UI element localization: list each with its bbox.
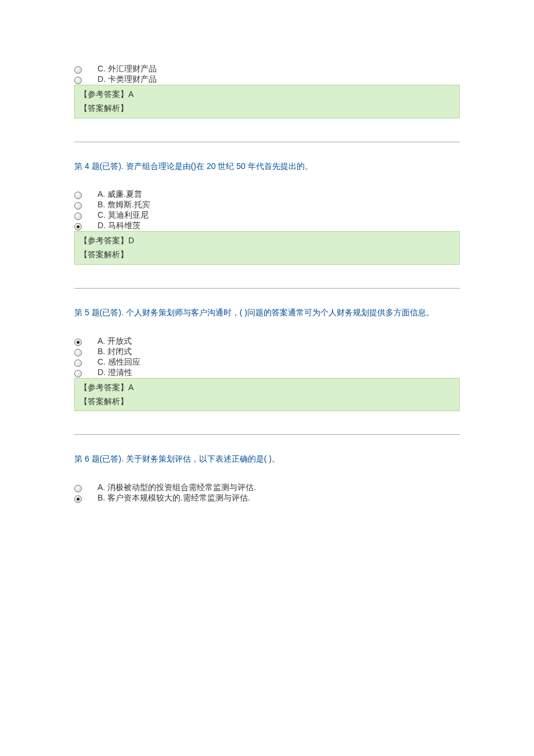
options-table: A. 威廉.夏普 B. 詹姆斯.托宾 C. 莫迪利亚尼 D. 马科维茨 bbox=[74, 189, 460, 231]
radio-q6-b[interactable] bbox=[74, 495, 82, 503]
options-table: A. 开放式 B. 封闭式 C. 感性回应 D. 澄清性 bbox=[74, 336, 460, 378]
option-text-b: B. 客户资本规模较大的.需经常监测与评估. bbox=[98, 493, 460, 503]
question-title: 第 4 题(已答). 资产组合理论是由()在 20 世纪 50 年代首先提出的。 bbox=[74, 160, 460, 174]
radio-q4-b[interactable] bbox=[74, 202, 82, 210]
option-row-c: C. 莫迪利亚尼 bbox=[74, 210, 460, 221]
option-row-d: D. 卡类理财产品 bbox=[74, 74, 460, 85]
ref-answer-label: 【参考答案】 bbox=[80, 236, 128, 245]
radio-q5-d[interactable] bbox=[74, 370, 82, 377]
ref-answer-value: A bbox=[128, 383, 134, 392]
question-title: 第 6 题(已答). 关于财务策划评估，以下表述正确的是( )。 bbox=[74, 452, 460, 466]
ref-answer-value: D bbox=[128, 236, 134, 245]
option-text-c: C. 莫迪利亚尼 bbox=[98, 210, 460, 221]
radio-q3-d[interactable] bbox=[74, 77, 82, 84]
reference-answer-line: 【参考答案】D bbox=[80, 234, 454, 248]
option-row-d: D. 澄清性 bbox=[74, 368, 460, 378]
option-text-a: A. 开放式 bbox=[98, 336, 460, 347]
divider bbox=[74, 288, 460, 289]
option-text-a: A. 威廉.夏普 bbox=[98, 189, 460, 200]
options-table: C. 外汇理财产品 D. 卡类理财产品 bbox=[74, 64, 460, 85]
option-row-c: C. 感性回应 bbox=[74, 357, 460, 368]
question-4: 第 4 题(已答). 资产组合理论是由()在 20 世纪 50 年代首先提出的。… bbox=[74, 160, 460, 265]
option-row-b: B. 客户资本规模较大的.需经常监测与评估. bbox=[74, 493, 460, 503]
answer-box-q5: 【参考答案】A 【答案解析】 bbox=[74, 378, 460, 412]
option-row-d: D. 马科维茨 bbox=[74, 221, 460, 231]
divider bbox=[74, 142, 460, 142]
explanation-label: 【答案解析】 bbox=[80, 102, 454, 116]
option-row-b: B. 詹姆斯.托宾 bbox=[74, 200, 460, 210]
question-6: 第 6 题(已答). 关于财务策划评估，以下表述正确的是( )。 A. 消极被动… bbox=[74, 452, 460, 503]
option-text-c: C. 外汇理财产品 bbox=[98, 64, 460, 74]
radio-q4-a[interactable] bbox=[74, 192, 82, 199]
radio-q4-c[interactable] bbox=[74, 213, 82, 220]
option-text-d: D. 澄清性 bbox=[98, 368, 460, 378]
question-title: 第 5 题(已答). 个人财务策划师与客户沟通时，( )问题的答案通常可为个人财… bbox=[74, 306, 460, 320]
option-text-a: A. 消极被动型的投资组合需经常监测与评估. bbox=[98, 483, 460, 493]
divider bbox=[74, 434, 460, 435]
option-row-c: C. 外汇理财产品 bbox=[74, 64, 460, 74]
option-text-c: C. 感性回应 bbox=[98, 357, 460, 368]
option-row-a: A. 消极被动型的投资组合需经常监测与评估. bbox=[74, 483, 460, 493]
option-row-b: B. 封闭式 bbox=[74, 347, 460, 357]
answer-box-q4: 【参考答案】D 【答案解析】 bbox=[74, 231, 460, 265]
radio-q4-d[interactable] bbox=[74, 223, 82, 231]
radio-q3-c[interactable] bbox=[74, 66, 82, 74]
option-text-b: B. 封闭式 bbox=[98, 347, 460, 357]
explanation-label: 【答案解析】 bbox=[80, 395, 454, 409]
ref-answer-label: 【参考答案】 bbox=[80, 89, 128, 99]
ref-answer-label: 【参考答案】 bbox=[80, 383, 128, 392]
radio-q5-b[interactable] bbox=[74, 349, 82, 357]
reference-answer-line: 【参考答案】A bbox=[80, 88, 454, 102]
ref-answer-value: A bbox=[128, 89, 134, 99]
option-text-b: B. 詹姆斯.托宾 bbox=[98, 200, 460, 210]
explanation-label: 【答案解析】 bbox=[80, 248, 454, 262]
options-table: A. 消极被动型的投资组合需经常监测与评估. B. 客户资本规模较大的.需经常监… bbox=[74, 483, 460, 503]
option-row-a: A. 威廉.夏普 bbox=[74, 189, 460, 200]
question-5: 第 5 题(已答). 个人财务策划师与客户沟通时，( )问题的答案通常可为个人财… bbox=[74, 306, 460, 411]
radio-q5-a[interactable] bbox=[74, 339, 82, 346]
radio-q5-c[interactable] bbox=[74, 359, 82, 367]
reference-answer-line: 【参考答案】A bbox=[80, 381, 454, 395]
radio-q6-a[interactable] bbox=[74, 485, 82, 492]
option-text-d: D. 马科维茨 bbox=[98, 221, 460, 231]
option-text-d: D. 卡类理财产品 bbox=[98, 74, 460, 85]
option-row-a: A. 开放式 bbox=[74, 336, 460, 347]
answer-box-q3: 【参考答案】A 【答案解析】 bbox=[74, 85, 460, 118]
question-3-tail: C. 外汇理财产品 D. 卡类理财产品 【参考答案】A 【答案解析】 bbox=[74, 64, 460, 118]
